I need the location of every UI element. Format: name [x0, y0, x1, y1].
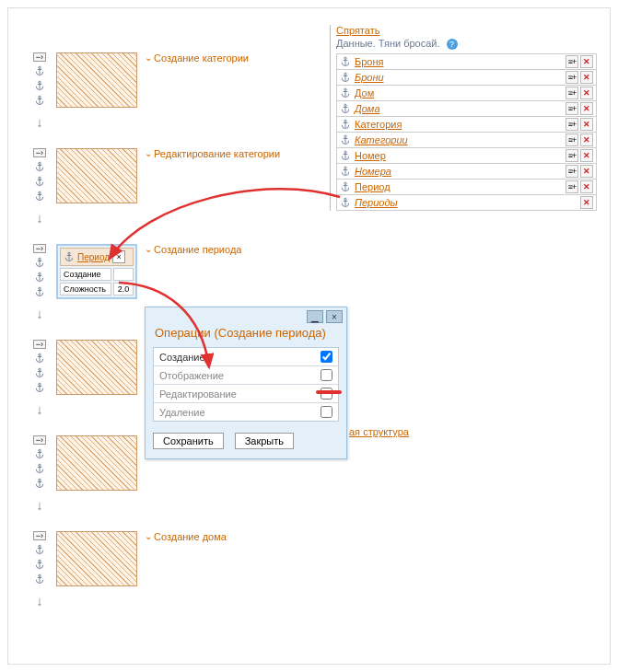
list-icon[interactable]: ≡+ [566, 55, 578, 68]
collapse-button[interactable]: −› [33, 340, 46, 349]
anchor-icon[interactable] [34, 65, 45, 76]
data-row: Брони≡+✕ [336, 70, 597, 86]
node-box[interactable] [56, 340, 137, 395]
anchor-icon[interactable] [340, 72, 351, 83]
collapse-button[interactable]: −› [33, 52, 46, 62]
anchor-icon[interactable] [34, 191, 45, 202]
svg-point-27 [344, 198, 346, 200]
data-item-link[interactable]: Броня [355, 56, 384, 67]
anchor-icon[interactable] [34, 286, 45, 297]
svg-point-84 [39, 574, 41, 576]
anchor-icon[interactable] [34, 367, 45, 378]
collapse-button[interactable]: −› [33, 531, 46, 540]
operation-checkbox[interactable] [321, 369, 332, 381]
collapse-button[interactable]: −› [33, 244, 46, 253]
anchor-icon[interactable] [340, 197, 351, 208]
delete-icon[interactable]: ✕ [580, 102, 593, 115]
svg-point-72 [39, 464, 41, 466]
svg-point-66 [39, 383, 41, 385]
anchor-icon[interactable] [34, 463, 45, 474]
close-dialog-button[interactable]: Закрыть [235, 433, 294, 449]
remove-icon[interactable]: × [112, 250, 125, 263]
data-item-link[interactable]: Номера [355, 166, 391, 177]
anchor-icon[interactable] [34, 382, 45, 393]
delete-icon[interactable]: ✕ [580, 133, 593, 146]
svg-point-75 [39, 479, 41, 481]
svg-point-24 [344, 182, 346, 184]
list-icon[interactable]: ≡+ [566, 133, 578, 146]
operation-checkbox[interactable] [321, 406, 332, 418]
list-icon[interactable]: ≡+ [566, 87, 578, 99]
delete-icon[interactable]: ✕ [580, 118, 593, 131]
anchor-icon[interactable] [34, 272, 45, 283]
list-icon[interactable]: ≡+ [566, 71, 578, 84]
panel-header: Данные. Тяни бросай. ? [336, 38, 597, 50]
node-data-link[interactable]: Период [77, 252, 110, 262]
operation-checkbox[interactable] [321, 351, 332, 363]
delete-icon[interactable]: ✕ [580, 196, 593, 209]
list-icon[interactable]: ≡+ [566, 102, 578, 115]
data-item-link[interactable]: Категории [355, 134, 408, 145]
anchor-icon[interactable] [34, 478, 45, 489]
data-item-link[interactable]: Дома [355, 103, 380, 114]
node-box[interactable] [56, 531, 137, 586]
data-row: Категория≡+✕ [336, 117, 597, 133]
data-row: Броня≡+✕ [336, 53, 597, 70]
delete-icon[interactable]: ✕ [580, 149, 593, 162]
chevron-down-icon: ⌄ [145, 52, 152, 63]
anchor-icon[interactable] [34, 353, 45, 364]
data-item-link[interactable]: Категория [355, 119, 402, 130]
node-box[interactable] [56, 148, 137, 203]
collapse-button[interactable]: −› [33, 148, 46, 157]
delete-icon[interactable]: ✕ [580, 87, 593, 99]
anchor-icon[interactable] [34, 161, 45, 172]
anchor-icon[interactable] [34, 95, 45, 106]
delete-icon[interactable]: ✕ [580, 180, 593, 193]
data-item-link[interactable]: Период [355, 181, 391, 192]
svg-point-12 [344, 120, 346, 122]
anchor-icon[interactable] [340, 56, 351, 67]
data-item-link[interactable]: Дом [355, 87, 374, 98]
list-icon[interactable]: ≡+ [566, 180, 578, 193]
anchor-icon[interactable] [34, 574, 45, 585]
anchor-icon[interactable] [34, 176, 45, 187]
node-box[interactable] [56, 52, 137, 108]
node-box[interactable]: Период×СозданиеСложность2.0 [56, 244, 137, 299]
node-box[interactable] [56, 435, 137, 491]
anchor-icon[interactable] [34, 80, 45, 91]
anchor-icon[interactable] [34, 257, 45, 268]
anchor-icon[interactable] [340, 166, 351, 177]
list-icon[interactable]: ≡+ [566, 118, 578, 131]
svg-point-21 [344, 167, 346, 168]
delete-icon[interactable]: ✕ [580, 55, 593, 68]
node-label: ⌄Создание дома [145, 531, 227, 542]
anchor-icon[interactable] [34, 448, 45, 459]
data-item-link[interactable]: Периоды [355, 197, 398, 208]
anchor-icon[interactable] [34, 559, 45, 570]
minimize-button[interactable]: ▁ [307, 310, 323, 323]
close-button[interactable]: × [326, 310, 343, 323]
collapse-button[interactable]: −› [33, 435, 46, 445]
svg-point-48 [39, 258, 41, 260]
anchor-icon[interactable] [340, 103, 351, 114]
list-icon[interactable]: ≡+ [566, 149, 578, 162]
anchor-icon[interactable] [340, 87, 351, 98]
save-button[interactable]: Сохранить [153, 433, 224, 449]
anchor-icon[interactable] [64, 251, 75, 262]
arrow-down-icon: ↓ [37, 115, 43, 130]
structure-link[interactable]: ая структура [349, 426, 409, 437]
anchor-icon[interactable] [340, 119, 351, 130]
data-item-link[interactable]: Номер [355, 150, 386, 161]
hide-link[interactable]: Спрятать [336, 25, 379, 36]
prop-value[interactable] [113, 268, 134, 281]
delete-icon[interactable]: ✕ [580, 71, 593, 84]
help-icon[interactable]: ? [447, 39, 458, 50]
anchor-icon[interactable] [340, 134, 351, 145]
prop-value[interactable]: 2.0 [113, 283, 134, 295]
list-icon[interactable]: ≡+ [566, 165, 578, 178]
data-item-link[interactable]: Брони [355, 72, 384, 83]
delete-icon[interactable]: ✕ [580, 165, 593, 178]
anchor-icon[interactable] [34, 544, 45, 555]
anchor-icon[interactable] [340, 150, 351, 161]
anchor-icon[interactable] [340, 181, 351, 192]
